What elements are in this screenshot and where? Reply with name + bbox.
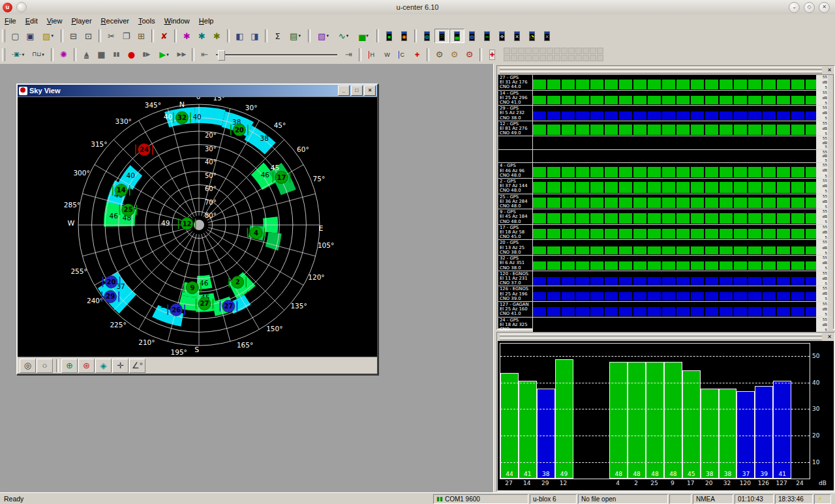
signal-chart-pane-header[interactable]: ✕ [497, 333, 834, 340]
world-map-window-button[interactable]: ◍ [464, 29, 479, 43]
sky-view-close-icon[interactable]: ✕ [364, 85, 376, 96]
bar-value-label: 41 [519, 471, 537, 477]
dock-view-left-button[interactable]: ◧ [232, 29, 247, 43]
warm-start-button[interactable]: W [379, 48, 394, 62]
sky-view-title: Sky View [29, 87, 337, 95]
menu-view[interactable]: View [42, 16, 67, 26]
close-pane-icon[interactable]: ✕ [826, 334, 833, 340]
new-packet-view-icon: ✱ [198, 32, 205, 40]
svg-text:32: 32 [177, 114, 187, 121]
polar-view-button[interactable]: ◎ [20, 359, 36, 373]
pause-button[interactable]: ▮▮ [109, 48, 124, 62]
satellite-row-label: 12 - GPSEl 81 Az 276CNO 49.0 [498, 121, 532, 136]
signal-history-band [533, 229, 816, 239]
protocol-filter-button[interactable]: ⊓⊔▾ [28, 48, 48, 62]
satellite-history-pane-header[interactable]: ✕ [497, 66, 834, 74]
sky-view-titlebar[interactable]: Sky View _□✕ [18, 85, 377, 96]
chart-view-button[interactable]: ∿▾ [333, 29, 354, 43]
deviation-map-window-button[interactable]: ◉ [397, 29, 412, 43]
menu-edit[interactable]: Edit [21, 16, 42, 26]
stop-button[interactable]: ■ [94, 48, 109, 62]
new-binary-view-button[interactable]: ✱ [209, 29, 224, 43]
position-slider[interactable] [215, 48, 339, 61]
elevation-mask-icon: ∠° [132, 361, 143, 370]
hot-start-button[interactable]: H [364, 48, 379, 62]
menu-file[interactable]: File [0, 16, 21, 26]
print-button[interactable]: ⊟ [66, 29, 81, 43]
load-receiver-config-button[interactable]: ⚙ [447, 48, 462, 62]
sensor-hotkeys-button[interactable]: ✚ [485, 48, 500, 62]
clock-window-button[interactable]: ◔ [524, 29, 539, 43]
pane-grip[interactable] [498, 67, 823, 74]
camera-view-button[interactable]: ▧▾ [313, 29, 333, 43]
receiver-reset-button[interactable]: ✚ [409, 48, 424, 62]
cno-label: 46 [258, 250, 267, 258]
bar-value-label: 37 [736, 471, 755, 477]
menu-window[interactable]: Window [160, 16, 194, 26]
print-preview-button[interactable]: ⊡ [81, 29, 96, 43]
play-button[interactable]: ▶▾ [154, 48, 174, 62]
compass-orientation-button[interactable]: ✛ [112, 359, 129, 373]
azimuth-spoke [82, 228, 190, 256]
close-window-a-button[interactable]: ✕ [509, 29, 524, 43]
paste-button[interactable]: ⊞ [134, 29, 149, 43]
record-button[interactable]: ● [124, 48, 139, 62]
cut-button[interactable]: ✂ [104, 29, 119, 43]
close-pane-icon[interactable]: ✕ [826, 67, 833, 74]
compass-window-button[interactable]: ◍ [419, 29, 434, 43]
skip-to-start-button[interactable]: ⇤ [197, 48, 212, 62]
skip-to-end-button[interactable]: ⇥ [341, 48, 356, 62]
menu-receiver[interactable]: Receiver [97, 16, 134, 26]
sky-view-maximize-icon[interactable]: □ [351, 85, 363, 96]
connection-button[interactable]: -▣-▾ [8, 48, 28, 62]
world-view-button[interactable]: ⊕ [61, 359, 78, 373]
satellite-view-button[interactable]: ◈ [95, 359, 112, 373]
copy-button[interactable]: ❐ [119, 29, 134, 43]
pane-grip[interactable] [498, 334, 823, 340]
menu-help[interactable]: Help [194, 16, 219, 26]
sky-view-window[interactable]: Sky View _□✕ 0°15°30°45°60°75°105°120°13… [16, 83, 378, 375]
circle-view-button[interactable]: ○ [37, 359, 53, 373]
autobauding-button[interactable]: ✺ [56, 48, 71, 62]
fast-forward-icon: ▶▶ [177, 52, 187, 57]
delete-button[interactable]: ✘ [157, 29, 172, 43]
menu-tools[interactable]: Tools [134, 16, 160, 26]
cold-start-button[interactable]: C [394, 48, 409, 62]
docking-window-button[interactable]: ❖ [494, 29, 509, 43]
step-button[interactable]: ▮▶ [139, 48, 154, 62]
satellite-row-27: 27 - GPSEl 31 Az 176CNO 44.055dB5 [498, 75, 833, 90]
signal-history-band [533, 167, 816, 177]
console-window-button[interactable]: ▪ [382, 29, 397, 43]
new-file-button[interactable]: ▢ [8, 29, 23, 43]
table-view-button[interactable]: ▤▾ [285, 29, 305, 43]
deviation-view-button[interactable]: ⊛ [78, 359, 95, 373]
new-packet-view-button[interactable]: ✱ [194, 29, 209, 43]
sky-view-window-button[interactable]: ⁙ [434, 29, 449, 43]
open-file-icon: ▨ [42, 32, 50, 40]
dock-view-right-button[interactable]: ◨ [247, 29, 262, 43]
close-window-b-button[interactable]: ✕ [539, 29, 554, 43]
clear-receiver-config-button[interactable]: ⚙ [462, 48, 477, 62]
compass-label-w: W [68, 219, 75, 228]
elevation-mask-button[interactable]: ∠° [129, 359, 145, 373]
compass-window-icon: ◍ [424, 31, 430, 41]
app-title: u-center 6.10 [0, 3, 835, 11]
menu-player[interactable]: Player [67, 16, 96, 26]
sky-view-minimize-icon[interactable]: _ [338, 85, 350, 96]
open-file-button[interactable]: ▨▾ [38, 29, 58, 43]
new-message-view-button[interactable]: ✱ [179, 29, 194, 43]
eject-button[interactable]: ▲ [79, 48, 94, 62]
row-scale: 55dB5 [817, 256, 828, 271]
signal-chart-window-button[interactable]: ▄ [449, 29, 464, 43]
cno-label: 49 [161, 219, 170, 227]
messages-window-button[interactable]: ≡ [479, 29, 494, 43]
fast-forward-button[interactable]: ▶▶ [174, 48, 189, 62]
autobauding-icon: ✺ [60, 50, 67, 59]
save-file-button[interactable]: ▣ [23, 29, 38, 43]
statistic-view-button[interactable]: Σ [270, 29, 285, 43]
satellite-row-label: 127 - GAGANEl 25 Az 160CNO 41.0 [498, 302, 532, 317]
histogram-view-button[interactable]: ▅▾ [354, 29, 374, 43]
save-receiver-config-button[interactable]: ⚙ [432, 48, 447, 62]
row-scale: 55dB5 [817, 91, 828, 106]
protocol-filter-icon: ⊓⊔ [32, 52, 41, 57]
